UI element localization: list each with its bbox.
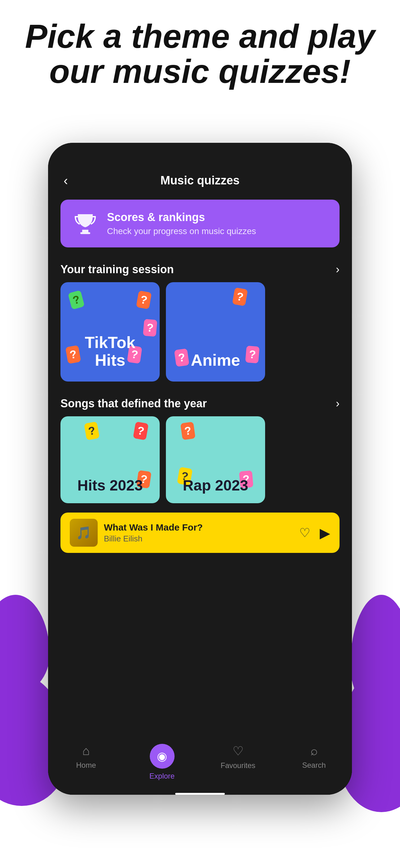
anime-label: Anime: [166, 351, 265, 369]
rap-2023-label: Rap 2023: [166, 477, 265, 494]
nav-item-explore[interactable]: ◉ Explore: [124, 744, 200, 780]
year-chevron-icon: ›: [336, 397, 339, 410]
bottom-nav: ⌂ Home ◉ Explore ♡ Favourites ⌕: [48, 738, 352, 790]
favourites-icon: ♡: [233, 744, 244, 758]
training-chevron-icon: ›: [336, 263, 339, 276]
explore-bubble: ◉: [150, 744, 174, 769]
scores-title: Scores & rankings: [107, 211, 256, 224]
qmark-decoration: ?: [68, 290, 85, 310]
hits-2023-label: Hits 2023: [61, 477, 160, 494]
screen-title: Music quizzes: [160, 174, 240, 187]
phone-mockup: ‹ Music quizzes Scores & rankings Check …: [48, 143, 352, 795]
home-icon: ⌂: [82, 744, 90, 758]
track-artist: Billie Eilish: [104, 534, 293, 544]
qmark-decoration: ?: [133, 422, 149, 440]
qmark-decoration: ?: [84, 422, 100, 440]
qmark-decoration: ?: [136, 290, 152, 309]
training-cards-row: ? ? ? ? ? TikTokHits ? ? ? Anime: [48, 282, 352, 381]
home-label: Home: [76, 761, 96, 770]
nav-item-search[interactable]: ⌕ Search: [276, 744, 352, 780]
nav-item-favourites[interactable]: ♡ Favourites: [200, 744, 276, 780]
rap-2023-card[interactable]: ? ? ? Rap 2023: [166, 416, 265, 503]
year-section-header[interactable]: Songs that defined the year ›: [48, 391, 352, 416]
year-section-title: Songs that defined the year: [61, 397, 207, 410]
hero-title: Pick a theme and play our music quizzes!: [0, 19, 400, 89]
hits-2023-card[interactable]: ? ? ? Hits 2023: [61, 416, 160, 503]
search-label: Search: [302, 761, 326, 770]
explore-icon: ◉: [157, 749, 167, 763]
track-title: What Was I Made For?: [104, 522, 293, 533]
play-button[interactable]: ▶: [320, 525, 330, 541]
screen-content: ‹ Music quizzes Scores & rankings Check …: [48, 164, 352, 795]
home-indicator: [175, 793, 225, 795]
scores-rankings-banner[interactable]: Scores & rankings Check your progress on…: [61, 199, 339, 247]
top-bar: ‹ Music quizzes: [48, 164, 352, 193]
qmark-decoration: ?: [180, 422, 195, 440]
tiktok-hits-card[interactable]: ? ? ? ? ? TikTokHits: [61, 282, 160, 381]
album-art: 🎵: [70, 519, 98, 547]
phone-notch: [48, 143, 352, 164]
now-playing-bar[interactable]: 🎵 What Was I Made For? Billie Eilish ♡ ▶: [61, 513, 339, 553]
favourites-label: Favourites: [221, 761, 255, 770]
track-info: What Was I Made For? Billie Eilish: [104, 522, 293, 544]
trophy-icon: [73, 211, 98, 236]
scores-text: Scores & rankings Check your progress on…: [107, 211, 256, 236]
explore-label: Explore: [149, 772, 174, 780]
training-section-header[interactable]: Your training session ›: [48, 257, 352, 282]
tiktok-hits-label: TikTokHits: [61, 334, 160, 369]
nav-item-home[interactable]: ⌂ Home: [48, 744, 124, 780]
search-icon: ⌕: [310, 744, 318, 758]
anime-card[interactable]: ? ? ? Anime: [166, 282, 265, 381]
training-section-title: Your training session: [61, 263, 174, 276]
svg-rect-0: [80, 232, 90, 234]
year-cards-row: ? ? ? Hits 2023 ? ? ? Rap 2023: [48, 416, 352, 503]
phone-screen: ‹ Music quizzes Scores & rankings Check …: [48, 143, 352, 795]
heart-button[interactable]: ♡: [299, 526, 310, 540]
back-button[interactable]: ‹: [64, 173, 68, 188]
scores-subtitle: Check your progress on music quizzes: [107, 226, 256, 236]
qmark-decoration: ?: [232, 287, 248, 306]
